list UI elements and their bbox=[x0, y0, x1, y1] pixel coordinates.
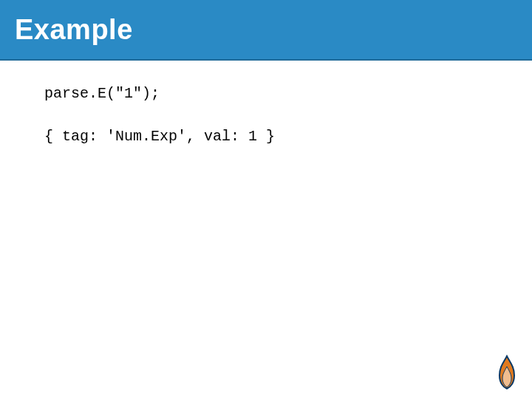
slide-body: parse.E("1"); { tag: 'Num.Exp', val: 1 } bbox=[0, 61, 532, 191]
slide-header: Example bbox=[0, 0, 532, 61]
code-line-2: { tag: 'Num.Exp', val: 1 } bbox=[44, 126, 488, 148]
code-line-1: parse.E("1"); bbox=[44, 83, 488, 105]
slide-title: Example bbox=[15, 14, 133, 46]
flame-logo-icon bbox=[494, 355, 520, 390]
